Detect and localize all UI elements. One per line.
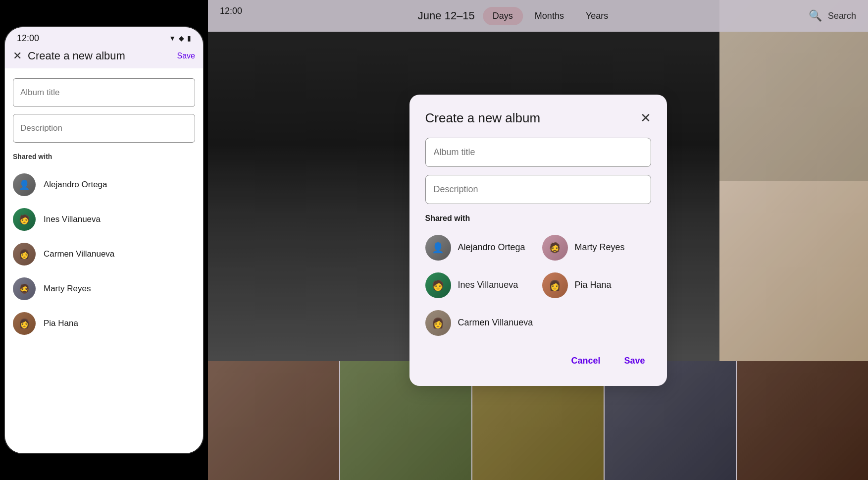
phone-album-title-input[interactable] bbox=[13, 78, 195, 107]
dialog-cancel-button[interactable]: Cancel bbox=[565, 352, 606, 370]
desktop-container: 12:00 June 12–15 Days Months Years 🔍 Sea… bbox=[208, 0, 868, 480]
avatar: 👩 bbox=[425, 310, 451, 336]
signal-icon: ◆ bbox=[179, 34, 184, 42]
list-item: 👤 Alejandro Ortega bbox=[425, 231, 534, 265]
contact-name: Carmen Villanueva bbox=[44, 249, 114, 259]
avatar: 👤 bbox=[13, 173, 36, 196]
contact-name: Carmen Villanueva bbox=[458, 318, 533, 328]
dialog-overlay: Create a new album ✕ Shared with 👤 Aleja… bbox=[208, 0, 868, 480]
dialog-header: Create a new album ✕ bbox=[425, 110, 651, 126]
contact-name: Alejandro Ortega bbox=[44, 180, 107, 190]
dialog-shared-with-label: Shared with bbox=[425, 214, 651, 223]
phone-header-title: Create a new album bbox=[28, 50, 177, 62]
contact-name: Ines Villanueva bbox=[44, 214, 101, 224]
avatar: 👩 bbox=[542, 272, 568, 298]
list-item: 👤 Alejandro Ortega bbox=[13, 167, 195, 202]
avatar: 🧑 bbox=[425, 272, 451, 298]
list-item: 👩 Pia Hana bbox=[542, 268, 651, 302]
create-album-dialog: Create a new album ✕ Shared with 👤 Aleja… bbox=[409, 95, 667, 386]
avatar: 👤 bbox=[425, 235, 451, 261]
list-item: 🧔 Marty Reyes bbox=[13, 271, 195, 306]
contact-name: Ines Villanueva bbox=[458, 280, 518, 290]
phone-header: ✕ Create a new album Save bbox=[5, 46, 203, 68]
phone-close-button[interactable]: ✕ bbox=[13, 51, 22, 61]
phone-save-button[interactable]: Save bbox=[177, 52, 195, 60]
list-item: 👩 Carmen Villanueva bbox=[425, 306, 534, 340]
phone-status-icons: ▼ ◆ ▮ bbox=[169, 34, 191, 42]
phone-shared-with-label: Shared with bbox=[13, 153, 195, 160]
phone-container: 12:00 ▼ ◆ ▮ ✕ Create a new album Save Sh… bbox=[0, 0, 208, 480]
list-item: 🧑 Ines Villanueva bbox=[425, 268, 534, 302]
list-item: 👩 Carmen Villanueva bbox=[13, 237, 195, 271]
list-item: 🧑 Ines Villanueva bbox=[13, 202, 195, 237]
avatar: 🧔 bbox=[13, 277, 36, 300]
contact-name: Pia Hana bbox=[575, 280, 612, 290]
contact-name: Marty Reyes bbox=[44, 284, 91, 294]
contact-name: Marty Reyes bbox=[575, 242, 625, 253]
dialog-actions: Cancel Save bbox=[425, 352, 651, 370]
dialog-description-input[interactable] bbox=[425, 175, 651, 204]
phone-device: 12:00 ▼ ◆ ▮ ✕ Create a new album Save Sh… bbox=[5, 27, 203, 453]
phone-body: Shared with 👤 Alejandro Ortega 🧑 Ines Vi… bbox=[5, 68, 203, 453]
wifi-icon: ▼ bbox=[169, 34, 176, 42]
dialog-contact-list: 👤 Alejandro Ortega 🧔 Marty Reyes 🧑 Ines … bbox=[425, 231, 651, 340]
dialog-album-title-input[interactable] bbox=[425, 138, 651, 167]
avatar: 🧔 bbox=[542, 235, 568, 261]
dialog-title: Create a new album bbox=[425, 110, 541, 126]
phone-description-input[interactable] bbox=[13, 114, 195, 143]
contact-name: Alejandro Ortega bbox=[458, 242, 525, 253]
dialog-close-button[interactable]: ✕ bbox=[640, 111, 651, 124]
phone-contact-list: 👤 Alejandro Ortega 🧑 Ines Villanueva 👩 C… bbox=[13, 167, 195, 341]
avatar: 🧑 bbox=[13, 208, 36, 231]
list-item: 👩 Pia Hana bbox=[13, 306, 195, 341]
avatar: 👩 bbox=[13, 312, 36, 335]
avatar: 👩 bbox=[13, 243, 36, 266]
list-item: 🧔 Marty Reyes bbox=[542, 231, 651, 265]
contact-name: Pia Hana bbox=[44, 319, 78, 328]
phone-time: 12:00 bbox=[17, 33, 39, 44]
dialog-save-button[interactable]: Save bbox=[618, 352, 651, 370]
phone-status-bar: 12:00 ▼ ◆ ▮ bbox=[5, 27, 203, 46]
battery-icon: ▮ bbox=[187, 34, 191, 42]
